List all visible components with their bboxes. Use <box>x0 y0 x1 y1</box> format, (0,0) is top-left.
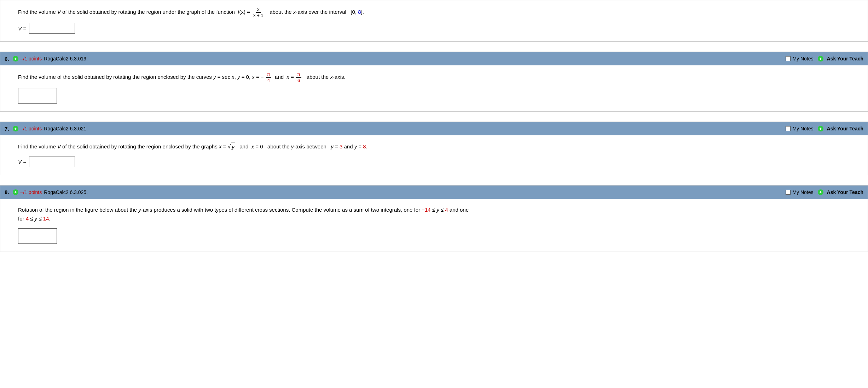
4-denominator-6a: 4 <box>266 78 271 83</box>
my-notes-button-6[interactable]: My Notes <box>786 56 813 61</box>
val-3-7: 3 <box>340 143 342 149</box>
plus-icon-6[interactable]: + <box>13 56 18 61</box>
top-answer-row: V = <box>18 23 850 34</box>
question-block-7: 7. + –/1 points RogaCalc2 6.3.021. My No… <box>0 122 868 175</box>
question-block-6: 6. + –/1 points RogaCalc2 6.3.019. My No… <box>0 52 868 112</box>
frac-pi-4: π 4 <box>266 72 271 83</box>
notes-icon-6 <box>786 56 791 61</box>
question-body-8: Rotation of the region in the figure bel… <box>0 199 868 252</box>
f-variable: f <box>238 9 239 15</box>
val-14-8: 14 <box>43 216 49 222</box>
points-label-6: –/1 points <box>21 56 42 61</box>
problem-id-8: RogaCalc2 6.3.025. <box>44 189 88 195</box>
problem-id-6: RogaCalc2 6.3.019. <box>44 56 88 61</box>
top-question-text: Find the volume V of the solid obtained … <box>18 7 850 18</box>
ask-teacher-label-8: Ask Your Teach <box>827 189 863 195</box>
v-equals-label-7: V = <box>18 159 26 165</box>
top-partial-block: Find the volume V of the solid obtained … <box>0 0 868 42</box>
ask-teacher-label-6: Ask Your Teach <box>827 56 863 61</box>
val-4b-8: 4 <box>26 216 29 222</box>
question-text-6: Find the volume of the solid obtained by… <box>18 72 850 83</box>
points-label-7: –/1 points <box>21 126 42 131</box>
question-header-7: 7. + –/1 points RogaCalc2 6.3.021. My No… <box>0 122 868 135</box>
pi-numerator-6a: π <box>266 72 271 78</box>
x-axis-ref: x <box>293 9 296 15</box>
question-number-7: 7. <box>5 126 9 132</box>
fraction-numerator: 2 <box>256 7 261 13</box>
question-number-8: 8. <box>5 189 9 195</box>
answer-input-6[interactable] <box>18 88 57 104</box>
my-notes-button-7[interactable]: My Notes <box>786 126 813 131</box>
y-var-8b: y <box>35 216 37 222</box>
answer-row-7: V = <box>18 157 850 167</box>
x-axis-6: x <box>330 74 333 80</box>
y-var-8a: y <box>436 207 439 213</box>
x-zero-7: x <box>251 143 254 149</box>
x-sqrt-eq: x <box>219 143 222 149</box>
y-axis-7: y <box>291 143 294 149</box>
my-notes-label-8: My Notes <box>792 189 813 195</box>
question-block-8: 8. + –/1 points RogaCalc2 6.3.025. My No… <box>0 185 868 252</box>
ask-plus-icon-6: + <box>818 56 823 61</box>
fraction-denominator: x + 1 <box>252 13 265 18</box>
answer-input-8[interactable] <box>18 228 57 244</box>
val-neg14-8: −14 <box>422 207 430 213</box>
interval-end: 8 <box>358 9 361 15</box>
6-denominator-6b: 6 <box>296 78 301 83</box>
notes-icon-8 <box>786 190 791 195</box>
x-neg-frac: x <box>252 74 255 80</box>
v-var-7: V <box>57 143 61 149</box>
ask-teacher-label-7: Ask Your Teach <box>827 126 863 131</box>
x-pos-frac: x <box>287 74 289 80</box>
v-variable: V <box>57 9 61 15</box>
my-notes-button-8[interactable]: My Notes <box>786 189 813 195</box>
question-body-6: Find the volume of the solid obtained by… <box>0 65 868 111</box>
question-header-6: 6. + –/1 points RogaCalc2 6.3.019. My No… <box>0 52 868 65</box>
y-axis-8: y <box>138 207 141 213</box>
frac-pi-6: π 6 <box>296 72 301 83</box>
val-4-8: 4 <box>445 207 448 213</box>
points-label-8: –/1 points <box>21 189 42 195</box>
question-header-8: 8. + –/1 points RogaCalc2 6.3.025. My No… <box>0 186 868 199</box>
x-var-6a: x <box>232 74 235 80</box>
question-number-6: 6. <box>5 56 9 62</box>
ask-teacher-button-8[interactable]: + Ask Your Teach <box>818 189 863 195</box>
y-var-7b: y <box>354 143 357 149</box>
y-zero: y <box>237 74 240 80</box>
y-var-7a: y <box>331 143 334 149</box>
plus-icon-8[interactable]: + <box>13 189 18 195</box>
header-right-6: My Notes + Ask Your Teach <box>786 56 863 61</box>
val-8-7: 8 <box>363 143 366 149</box>
question-body-7: Find the volume V of the solid obtained … <box>0 135 868 175</box>
top-answer-input[interactable] <box>29 23 75 34</box>
my-notes-label-6: My Notes <box>792 56 813 61</box>
answer-input-7[interactable] <box>29 157 75 167</box>
fraction-2-over-x1: 2 x + 1 <box>252 7 265 18</box>
header-right-7: My Notes + Ask Your Teach <box>786 126 863 131</box>
question-text-8: Rotation of the region in the figure bel… <box>18 205 850 223</box>
notes-icon-7 <box>786 126 791 131</box>
pi-numerator-6b: π <box>296 72 301 78</box>
plus-icon-7[interactable]: + <box>13 126 18 131</box>
ask-plus-icon-7: + <box>818 126 823 131</box>
sqrt-content-y: y <box>231 142 235 152</box>
ask-teacher-button-7[interactable]: + Ask Your Teach <box>818 126 863 131</box>
problem-id-7: RogaCalc2 6.3.021. <box>44 126 88 131</box>
question-text-7: Find the volume V of the solid obtained … <box>18 142 850 151</box>
ask-teacher-button-6[interactable]: + Ask Your Teach <box>818 56 863 61</box>
v-equals-label: V = <box>18 25 26 31</box>
y-sec-x: y <box>213 74 216 80</box>
sqrt-y: y <box>227 142 235 151</box>
ask-plus-icon-8: + <box>818 189 823 195</box>
header-right-8: My Notes + Ask Your Teach <box>786 189 863 195</box>
my-notes-label-7: My Notes <box>792 126 813 131</box>
